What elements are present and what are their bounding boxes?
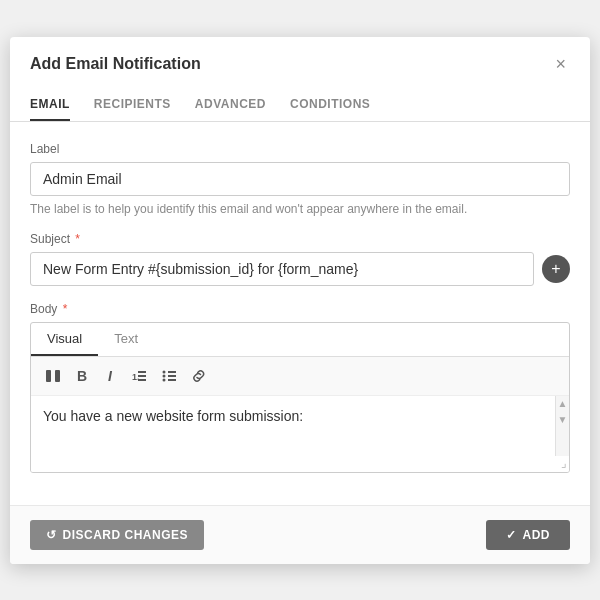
tab-email[interactable]: EMAIL [30, 87, 70, 121]
unordered-list-button[interactable] [157, 365, 181, 387]
label-hint: The label is to help you identify this e… [30, 202, 570, 216]
subject-row: + [30, 252, 570, 286]
modal-body: Label The label is to help you identify … [10, 122, 590, 505]
columns-icon [45, 369, 61, 383]
link-button[interactable] [187, 365, 211, 387]
ordered-list-button[interactable]: 1. [127, 365, 151, 387]
svg-point-8 [163, 378, 166, 381]
discard-changes-button[interactable]: ↺ DISCARD CHANGES [30, 520, 204, 550]
svg-rect-10 [168, 375, 176, 377]
italic-button[interactable]: I [99, 365, 121, 387]
unordered-list-icon [161, 369, 177, 383]
subject-required-mark: * [72, 232, 80, 246]
svg-point-7 [163, 374, 166, 377]
ordered-list-icon: 1. [131, 369, 147, 383]
add-tag-button[interactable]: + [542, 255, 570, 283]
tab-bar: EMAIL RECIPIENTS ADVANCED CONDITIONS [10, 87, 590, 122]
discard-icon: ↺ [46, 528, 57, 542]
discard-label: DISCARD CHANGES [63, 528, 189, 542]
svg-rect-4 [138, 375, 146, 377]
svg-rect-1 [55, 370, 60, 382]
body-required-mark: * [59, 302, 67, 316]
columns-button[interactable] [41, 365, 65, 387]
scrollbar-down[interactable]: ▼ [556, 412, 569, 428]
label-input[interactable] [30, 162, 570, 196]
link-icon [191, 369, 207, 383]
tab-conditions[interactable]: CONDITIONS [290, 87, 370, 121]
subject-input[interactable] [30, 252, 534, 286]
subject-group: Subject * + [30, 232, 570, 286]
subject-field-label: Subject * [30, 232, 570, 246]
body-field-label: Body * [30, 302, 570, 316]
editor-text: You have a new website form submission: [43, 408, 557, 424]
svg-rect-11 [168, 379, 176, 381]
editor-resize-handle[interactable]: ⌟ [31, 456, 569, 472]
add-button[interactable]: ✓ ADD [486, 520, 570, 550]
add-email-notification-modal: Add Email Notification × EMAIL RECIPIENT… [10, 37, 590, 564]
label-group: Label The label is to help you identify … [30, 142, 570, 216]
scrollbar-up[interactable]: ▲ [556, 396, 569, 412]
svg-point-6 [163, 370, 166, 373]
svg-rect-5 [138, 379, 146, 381]
editor-content-area[interactable]: You have a new website form submission: … [31, 396, 569, 456]
svg-rect-9 [168, 371, 176, 373]
add-label: ADD [523, 528, 551, 542]
svg-rect-0 [46, 370, 51, 382]
bold-button[interactable]: B [71, 365, 93, 387]
close-button[interactable]: × [551, 55, 570, 73]
editor-toolbar: B I 1. [31, 357, 569, 396]
body-tab-visual[interactable]: Visual [31, 323, 98, 356]
svg-rect-3 [138, 371, 146, 373]
modal-title: Add Email Notification [30, 55, 201, 73]
modal-footer: ↺ DISCARD CHANGES ✓ ADD [10, 505, 590, 564]
body-tab-text[interactable]: Text [98, 323, 154, 356]
add-icon: ✓ [506, 528, 517, 542]
editor-scrollbar: ▲ ▼ [555, 396, 569, 456]
body-editor: Visual Text B I 1. [30, 322, 570, 473]
body-group: Body * Visual Text B I [30, 302, 570, 473]
modal-header: Add Email Notification × [10, 37, 590, 87]
tab-recipients[interactable]: RECIPIENTS [94, 87, 171, 121]
label-field-label: Label [30, 142, 570, 156]
tab-advanced[interactable]: ADVANCED [195, 87, 266, 121]
body-tab-bar: Visual Text [31, 323, 569, 357]
